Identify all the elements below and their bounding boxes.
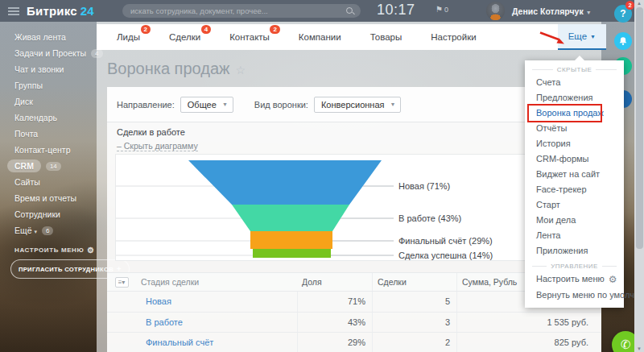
table-settings-icon[interactable]: ≡▾ — [115, 277, 129, 288]
sidebar-item-label: Группы — [14, 81, 43, 90]
search-input[interactable] — [122, 6, 345, 15]
clock: 10:17 — [377, 2, 415, 19]
tab-badge: 2 — [270, 25, 279, 34]
funnel-chart: Новая (71%)В работе (43%)Финальный счёт … — [115, 154, 593, 261]
menu-item-quotes[interactable]: Предложения — [525, 90, 624, 106]
sidebar-item-time-reports[interactable]: Время и отчеты — [0, 190, 97, 206]
sidebar-item-crm[interactable]: CRM14 — [0, 158, 97, 174]
sum-cell: 825 руб. — [456, 333, 601, 352]
funnel-view-select[interactable]: Конверсионная▼ — [314, 97, 402, 113]
sidebar-item-live-feed[interactable]: Живая лента — [0, 29, 97, 45]
sidebar-item-groups[interactable]: Группы — [0, 77, 97, 93]
tab-deals[interactable]: Сделки4 — [169, 32, 200, 42]
scroll-up-arrow[interactable]: ▲ — [634, 1, 644, 6]
flag-counter[interactable]: ⚑0 — [436, 5, 448, 14]
funnel-label: В работе (43%) — [398, 213, 461, 223]
bitrix24-app: Битрикс24 10:17 ⚑0 Денис Котлярчук▼ Жива… — [0, 0, 644, 352]
direction-label: Направление: — [117, 100, 175, 110]
sidebar-item-label: Календарь — [14, 113, 57, 122]
dropdown-section-manage: УПРАВЛЕНИЕ — [532, 261, 617, 271]
scroll-down-arrow[interactable]: ▼ — [634, 346, 644, 351]
menu-item-face-tracker[interactable]: Face-трекер — [525, 182, 624, 197]
tab-label: Настройки — [431, 32, 476, 42]
funnel-segment-2[interactable] — [232, 205, 349, 231]
funnel-segment-3[interactable] — [250, 231, 332, 249]
sidebar-item-label: Задачи и Проекты — [14, 48, 86, 58]
funnel-segment-4[interactable] — [253, 249, 331, 258]
more-dropdown-menu: СКРЫТЫЕ СчетаПредложенияВоронка продажОт… — [525, 60, 624, 308]
tab-leads[interactable]: Лиды2 — [117, 32, 140, 42]
tab-products[interactable]: Товары — [370, 32, 402, 42]
funnel-label: Сделка успешна (14%) — [398, 251, 493, 260]
table-row: В работе43%31 535 руб. — [107, 313, 601, 333]
sidebar-item-chat-calls[interactable]: Чат и звонки — [0, 61, 97, 77]
sum-cell: 1 535 руб. — [456, 313, 601, 333]
menu-item-apps[interactable]: Приложения — [525, 243, 624, 259]
sidebar: Живая лентаЗадачи и Проекты4Чат и звонки… — [0, 22, 97, 352]
tab-label: Сделки — [169, 32, 200, 42]
sidebar-item-contact-center[interactable]: Контакт-центр — [0, 142, 97, 158]
sidebar-item-disk[interactable]: Диск — [0, 93, 97, 110]
menu-item-crm-forms[interactable]: CRM-формы — [525, 151, 624, 167]
menu-item-configure-menu[interactable]: Настроить меню⚙ — [525, 271, 624, 288]
sidebar-item-tasks[interactable]: Задачи и Проекты4 — [0, 45, 97, 61]
chevron-down-icon: ▾ — [34, 229, 37, 234]
direction-select[interactable]: Общее▼ — [180, 97, 233, 113]
chevron-down-icon: ▼ — [590, 34, 596, 39]
menu-item-history[interactable]: История — [525, 136, 624, 151]
chevron-down-icon: ▼ — [222, 101, 228, 107]
funnel-chart-svg: Новая (71%)В работе (43%)Финальный счёт … — [116, 155, 592, 260]
sidebar-item-badge: 14 — [46, 162, 61, 171]
search-bar[interactable] — [122, 4, 361, 18]
menu-item-label: Настроить меню — [536, 274, 605, 284]
funnel-label: Финальный счёт (29%) — [398, 236, 493, 246]
user-menu[interactable]: Денис Котлярчук▼ — [512, 6, 592, 16]
page-title: Воронка продаж☆ — [107, 60, 246, 78]
menu-item-my-activities[interactable]: Мои дела — [525, 213, 624, 228]
configure-menu-button[interactable]: НАСТРОИТЬ МЕНЮ⚙ — [14, 246, 95, 255]
search-icon — [345, 6, 355, 16]
stage-link[interactable]: В работе — [136, 317, 297, 327]
page-scrollbar[interactable]: ▲ ▼ — [634, 0, 644, 352]
sidebar-item-employees[interactable]: Сотрудники — [0, 206, 97, 222]
notifications-bell-icon[interactable] — [614, 32, 632, 50]
tab-settings[interactable]: Настройки — [431, 32, 476, 42]
sidebar-item-sites[interactable]: Сайты — [0, 174, 97, 190]
stage-link[interactable]: Финальный счёт — [136, 338, 297, 347]
tab-companies[interactable]: Компании — [299, 32, 341, 42]
col-header-deals[interactable]: Сделки — [372, 273, 456, 291]
app-logo[interactable]: Битрикс24 — [27, 4, 94, 18]
table-row: Финальный счёт29%2825 руб. — [107, 333, 601, 352]
hamburger-menu-icon[interactable] — [8, 7, 19, 15]
menu-item-start[interactable]: Старт — [525, 197, 624, 213]
funnel-label: Новая (71%) — [398, 181, 450, 191]
funnel-view-label: Вид воронки: — [254, 100, 308, 110]
scrollbar-thumb[interactable] — [636, 7, 643, 249]
tab-badge: 4 — [201, 25, 211, 34]
hide-diagram-link[interactable]: – Скрыть диаграмму — [117, 142, 198, 151]
deals-cell: 3 — [372, 313, 456, 333]
menu-item-reports[interactable]: Отчёты — [525, 121, 624, 136]
col-header-share[interactable]: Доля — [297, 273, 372, 291]
col-header-stage[interactable]: Стадия сделки — [136, 277, 297, 287]
help-badge: 2 — [625, 1, 634, 10]
sidebar-item-more[interactable]: Ещё▾6 — [0, 222, 97, 238]
tab-label: Компании — [299, 32, 341, 42]
sidebar-item-calendar[interactable]: Календарь — [0, 110, 97, 126]
user-avatar[interactable] — [486, 2, 505, 20]
menu-item-stream[interactable]: Лента — [525, 228, 624, 243]
stage-link[interactable]: Новая — [136, 296, 297, 306]
menu-item-sales-funnel[interactable]: Воронка продаж — [525, 106, 624, 121]
menu-item-site-widget[interactable]: Виджет на сайт — [525, 167, 624, 182]
favorite-star-icon[interactable]: ☆ — [235, 64, 246, 77]
sidebar-item-label: Ещё — [14, 226, 31, 235]
menu-item-invoices[interactable]: Счета — [525, 75, 624, 90]
sidebar-item-mail[interactable]: Почта — [0, 126, 97, 142]
more-menu-button[interactable]: Еще▼ — [558, 24, 606, 50]
tab-label: Контакты — [229, 32, 270, 42]
tab-contacts[interactable]: Контакты2 — [229, 32, 270, 42]
share-cell: 29% — [297, 333, 372, 352]
menu-item-reset-menu[interactable]: Вернуть меню по умолчанию — [525, 288, 624, 304]
funnel-segment-1[interactable] — [188, 160, 382, 205]
phone-icon: ✆ — [620, 337, 632, 352]
